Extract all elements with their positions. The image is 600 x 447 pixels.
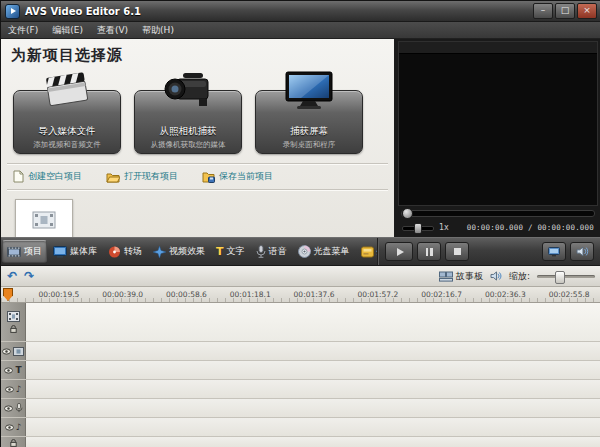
seek-track[interactable] <box>401 210 595 217</box>
tab-media-library[interactable]: 媒体库 <box>48 240 102 263</box>
lock-icon[interactable] <box>10 439 17 447</box>
tab-transitions[interactable]: 转场 <box>103 240 147 263</box>
tab-voice-label: 语音 <box>269 245 287 258</box>
film-frame-icon <box>32 211 56 229</box>
eye-icon[interactable] <box>2 348 11 355</box>
video-track-row <box>1 303 600 342</box>
save-project-label: 保存当前项目 <box>219 170 273 183</box>
save-project-link[interactable]: 保存当前项目 <box>202 170 273 183</box>
speed-handle[interactable] <box>414 223 422 234</box>
voice-track-row <box>1 399 600 418</box>
app-window: AVS Video Editor 6.1 – □ × 文件(F) 编辑(E) 查… <box>0 0 600 447</box>
seek-bar[interactable] <box>398 206 598 220</box>
voice-track-header <box>1 399 26 417</box>
text-icon: T <box>216 245 224 258</box>
tab-video-effects-label: 视频效果 <box>169 245 205 258</box>
transport-controls <box>377 238 600 265</box>
music-track-lane[interactable] <box>26 418 600 436</box>
preview-panel: 1x 00:00:00.000 / 00:00:00.000 <box>395 39 600 237</box>
tab-voice[interactable]: 语音 <box>251 240 292 263</box>
tab-video-effects[interactable]: 视频效果 <box>148 240 210 263</box>
music-track-header: ♪ <box>1 418 26 436</box>
open-project-label: 打开现有项目 <box>124 170 178 183</box>
tab-project-label: 项目 <box>24 245 42 258</box>
overlay-track-row <box>1 342 600 361</box>
stop-button[interactable] <box>445 242 469 261</box>
play-button[interactable] <box>385 242 413 261</box>
ruler-label: 00:00:19.5 <box>27 290 91 302</box>
preview-controls: 1x 00:00:00.000 / 00:00:00.000 <box>398 220 598 235</box>
ruler-label: 00:00:39.0 <box>91 290 155 302</box>
redo-button[interactable]: ↷ <box>24 269 34 283</box>
current-project-thumbnail[interactable] <box>15 199 73 241</box>
main-area: 为新项目选择源 <box>1 39 600 237</box>
eye-icon[interactable] <box>5 386 14 393</box>
video-track-icon <box>7 311 20 322</box>
pause-button[interactable] <box>417 242 441 261</box>
tab-disc-menu[interactable]: 光盘菜单 <box>293 240 355 263</box>
seek-handle[interactable] <box>402 208 413 219</box>
tab-disc-menu-label: 光盘菜单 <box>314 245 350 258</box>
volume-button[interactable] <box>570 242 594 261</box>
project-actions: 创建空白项目 打开现有项目 保存当前项目 <box>11 169 384 184</box>
audio-track-lane[interactable] <box>26 380 600 398</box>
speed-slider[interactable] <box>402 223 434 232</box>
import-media-sublabel: 添加视频和音频文件 <box>13 140 121 150</box>
overlay-track-lane[interactable] <box>26 342 600 360</box>
text-track-row: T <box>1 361 600 380</box>
preview-top-bar <box>399 42 597 54</box>
capture-camera-button[interactable]: 从照相机捕获 从摄像机获取您的媒体 <box>134 70 242 158</box>
storyboard-label: 故事板 <box>456 270 483 283</box>
speed-label: 1x <box>439 223 449 232</box>
extra-track-lane[interactable] <box>26 437 600 447</box>
video-track-lane[interactable] <box>26 303 600 341</box>
divider <box>7 163 388 165</box>
capture-screen-button[interactable]: 捕获屏幕 录制桌面和程序 <box>255 70 363 158</box>
close-button[interactable]: × <box>577 3 597 19</box>
source-buttons: 导入媒体文件 添加视频和音频文件 <box>13 70 382 158</box>
eye-icon[interactable] <box>4 367 13 374</box>
import-media-button[interactable]: 导入媒体文件 添加视频和音频文件 <box>13 70 121 158</box>
timeline-controls: ↶ ↷ 故事板 缩放: <box>1 266 600 287</box>
start-panel: 为新项目选择源 <box>1 39 395 237</box>
zoom-slider[interactable] <box>537 271 595 282</box>
voice-track-lane[interactable] <box>26 399 600 417</box>
timecode-display: 00:00:00.000 / 00:00:00.000 <box>467 223 594 232</box>
playhead-marker[interactable] <box>3 288 13 301</box>
timeline-speaker-icon <box>490 271 502 281</box>
produce-button[interactable]: 生成... <box>356 240 377 263</box>
menu-help[interactable]: 帮助(H) <box>135 22 181 38</box>
titlebar: AVS Video Editor 6.1 – □ × <box>1 1 600 22</box>
tab-text[interactable]: T 文字 <box>211 240 250 263</box>
undo-button[interactable]: ↶ <box>7 269 17 283</box>
create-blank-project-link[interactable]: 创建空白项目 <box>13 170 82 183</box>
open-project-link[interactable]: 打开现有项目 <box>106 170 178 183</box>
text-track-icon: T <box>15 366 21 375</box>
menubar: 文件(F) 编辑(E) 查看(V) 帮助(H) <box>1 22 600 39</box>
open-project-icon <box>106 171 120 183</box>
menu-edit[interactable]: 编辑(E) <box>45 22 90 38</box>
tab-project[interactable]: 项目 <box>2 240 47 263</box>
new-project-icon <box>13 170 24 183</box>
zoom-handle[interactable] <box>555 271 565 284</box>
lock-icon[interactable] <box>10 325 17 333</box>
voice-icon <box>256 245 266 258</box>
ruler-label: 00:00:58.6 <box>155 290 219 302</box>
capture-screen-sublabel: 录制桌面和程序 <box>255 140 363 150</box>
minimize-button[interactable]: – <box>533 3 553 19</box>
storyboard-toggle-button[interactable]: 故事板 <box>439 270 483 283</box>
overlay-track-icon <box>13 347 24 356</box>
maximize-button[interactable]: □ <box>555 3 575 19</box>
menu-file[interactable]: 文件(F) <box>1 22 45 38</box>
menu-view[interactable]: 查看(V) <box>90 22 135 38</box>
eye-icon[interactable] <box>5 424 14 431</box>
disc-menu-icon <box>298 245 311 258</box>
timeline-ruler[interactable]: 00:00:19.5 00:00:39.0 00:00:58.6 00:01:1… <box>1 287 600 303</box>
fullscreen-button[interactable] <box>542 242 566 261</box>
speaker-icon <box>576 246 589 257</box>
clapperboard-icon <box>41 70 93 110</box>
text-track-lane[interactable] <box>26 361 600 379</box>
eye-icon[interactable] <box>4 405 13 412</box>
play-icon <box>397 248 404 256</box>
timeline-mute-button[interactable] <box>490 271 502 281</box>
